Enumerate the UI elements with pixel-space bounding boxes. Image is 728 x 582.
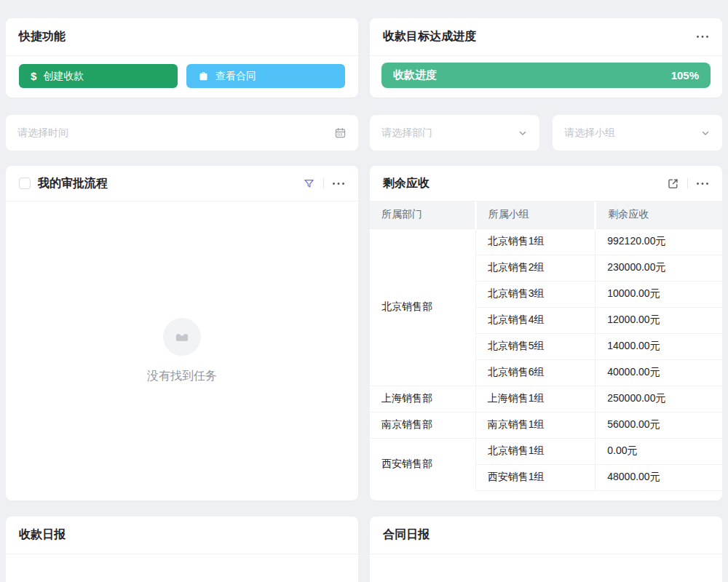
- amount-cell: 250000.00元: [596, 386, 722, 412]
- chevron-down-icon: [518, 128, 528, 138]
- group-cell: 上海销售1组: [475, 386, 596, 412]
- group-cell: 北京销售3组: [475, 281, 596, 307]
- group-cell: 北京销售2组: [475, 255, 596, 281]
- group-cell: 西安销售1组: [475, 464, 596, 490]
- approval-header: 我的审批流程: [6, 166, 358, 202]
- group-cell: 北京销售6组: [475, 359, 596, 386]
- amount-cell: 48000.00元: [596, 464, 722, 490]
- amount-cell: 230000.00元: [596, 255, 722, 281]
- amount-cell: 40000.00元: [596, 359, 722, 386]
- group-cell: 北京销售5组: [475, 333, 596, 359]
- department-select[interactable]: 请选择部门: [370, 115, 539, 151]
- progress-title: 收款目标达成进度: [383, 29, 476, 44]
- quick-actions-header: 快捷功能: [6, 18, 358, 56]
- amount-cell: 56000.00元: [596, 412, 722, 438]
- progress-header: 收款目标达成进度: [370, 18, 722, 56]
- receivable-title: 剩余应收: [383, 176, 430, 191]
- amount-cell: 12000.00元: [596, 307, 722, 333]
- table-header-row: 所属部门 所属小组 剩余应收: [370, 202, 722, 228]
- dollar-icon: $: [31, 70, 36, 82]
- create-payment-button[interactable]: $ 创建收款: [19, 64, 178, 88]
- progress-bar-value: 105%: [671, 69, 699, 81]
- group-select-placeholder: 请选择小组: [564, 127, 615, 140]
- table-row: 上海销售部 上海销售1组 250000.00元: [370, 386, 722, 412]
- group-cell: 北京销售1组: [475, 438, 596, 464]
- contract-daily-header: 合同日报: [370, 517, 722, 554]
- department-select-placeholder: 请选择部门: [381, 127, 432, 140]
- inbox-icon: [173, 327, 191, 346]
- table-row: 北京销售部 北京销售1组 992120.00元: [370, 228, 722, 255]
- time-select[interactable]: 请选择时间: [6, 115, 358, 151]
- external-link-icon[interactable]: [667, 178, 679, 190]
- payment-daily-header: 收款日报: [6, 517, 358, 554]
- progress-card: 收款目标达成进度 收款进度 105%: [370, 18, 722, 97]
- header-divider: [687, 178, 688, 188]
- contract-daily-card: 合同日报: [370, 517, 722, 582]
- approval-title: 我的审批流程: [38, 176, 108, 191]
- ellipsis-icon[interactable]: [696, 35, 709, 39]
- approval-card: 我的审批流程 没有找到任务: [6, 166, 358, 501]
- group-cell: 南京销售1组: [475, 412, 596, 438]
- ellipsis-icon[interactable]: [696, 182, 709, 186]
- time-select-placeholder: 请选择时间: [17, 127, 68, 140]
- dept-cell: 上海销售部: [370, 386, 475, 412]
- amount-cell: 14000.00元: [596, 333, 722, 359]
- col-header-group: 所属小组: [475, 202, 596, 228]
- select-all-checkbox[interactable]: [19, 178, 31, 189]
- quick-actions-body: $ 创建收款 查看合同: [6, 56, 358, 88]
- payment-daily-card: 收款日报: [6, 517, 358, 582]
- progress-bar-label: 收款进度: [393, 68, 437, 82]
- calendar-icon: [334, 127, 347, 139]
- receivable-header: 剩余应收: [370, 166, 722, 202]
- quick-actions-card: 快捷功能 $ 创建收款 查看合同: [6, 18, 358, 97]
- chevron-down-icon: [700, 128, 711, 138]
- approval-empty-text: 没有找到任务: [147, 369, 217, 384]
- quick-actions-title: 快捷功能: [19, 29, 66, 44]
- group-cell: 北京销售1组: [475, 228, 596, 255]
- header-divider: [323, 178, 324, 188]
- col-header-dept: 所属部门: [370, 202, 475, 228]
- receivable-card: 剩余应收 所属部门 所属小组: [370, 166, 722, 501]
- table-row: 南京销售部 南京销售1组 56000.00元: [370, 412, 722, 438]
- amount-cell: 992120.00元: [596, 228, 722, 255]
- table-row: 西安销售部 北京销售1组 0.00元: [370, 438, 722, 464]
- approval-empty-state: 没有找到任务: [6, 202, 358, 501]
- payment-daily-title: 收款日报: [19, 527, 66, 543]
- amount-cell: 0.00元: [596, 438, 722, 464]
- amount-cell: 10000.00元: [596, 281, 722, 307]
- filter-icon[interactable]: [303, 178, 315, 190]
- col-header-amount: 剩余应收: [596, 202, 722, 228]
- dashboard: 快捷功能 $ 创建收款 查看合同 收款目标达成进度: [0, 0, 728, 582]
- view-contract-label: 查看合同: [215, 70, 256, 83]
- collection-progress-bar: 收款进度 105%: [381, 63, 711, 88]
- create-payment-label: 创建收款: [43, 70, 84, 83]
- dept-cell: 西安销售部: [370, 438, 475, 490]
- contract-daily-title: 合同日报: [383, 527, 430, 543]
- dept-cell: 南京销售部: [370, 412, 475, 438]
- receivable-table-wrap: 所属部门 所属小组 剩余应收 北京销售部 北京销售1组 992120.00元 北…: [370, 202, 722, 501]
- group-select[interactable]: 请选择小组: [553, 115, 722, 151]
- ellipsis-icon[interactable]: [332, 182, 345, 186]
- receivable-table: 所属部门 所属小组 剩余应收 北京销售部 北京销售1组 992120.00元 北…: [370, 202, 722, 491]
- briefcase-icon: [198, 71, 209, 81]
- empty-state-circle: [163, 318, 201, 356]
- view-contract-button[interactable]: 查看合同: [186, 64, 345, 88]
- group-cell: 北京销售4组: [475, 307, 596, 333]
- dept-cell: 北京销售部: [370, 228, 475, 386]
